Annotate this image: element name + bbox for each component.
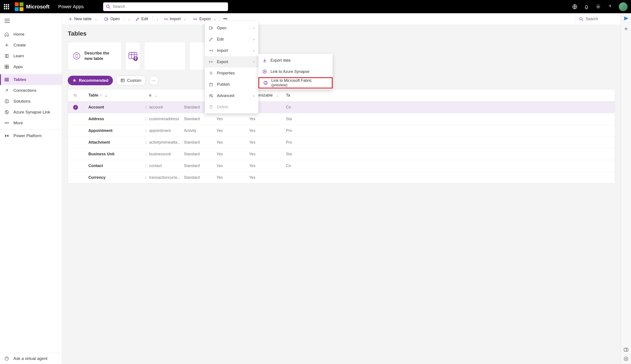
app-name: Power Apps <box>58 4 84 10</box>
user-avatar[interactable] <box>619 2 627 11</box>
top-header: Microsoft Power Apps <box>0 0 631 13</box>
help-icon[interactable] <box>607 4 613 10</box>
brand-text: Microsoft <box>26 4 50 10</box>
microsoft-logo: Microsoft <box>15 2 50 11</box>
notifications-icon[interactable] <box>584 4 589 10</box>
settings-icon[interactable] <box>595 4 601 10</box>
app-launcher-icon[interactable] <box>2 2 11 11</box>
global-search[interactable] <box>103 2 228 11</box>
svg-point-1 <box>597 6 599 8</box>
environment-icon[interactable] <box>572 4 578 10</box>
search-input[interactable] <box>103 2 228 11</box>
